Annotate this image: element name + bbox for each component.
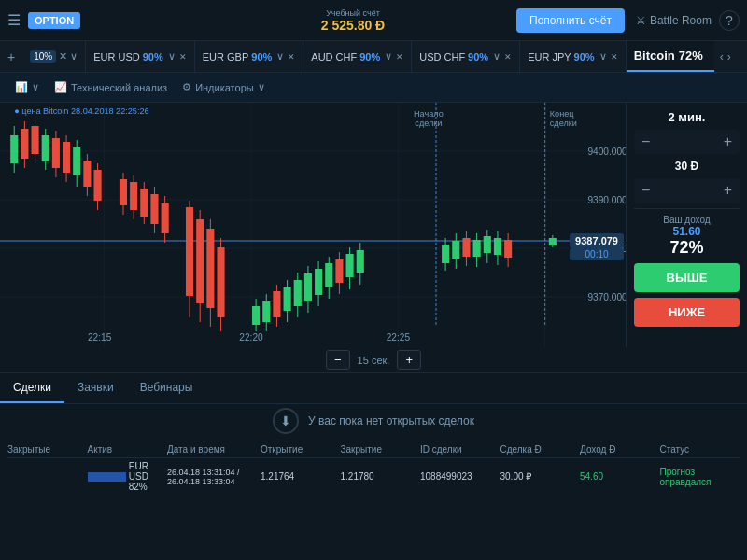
pct-value: 72% <box>634 238 740 258</box>
logo: OPTION <box>28 12 80 29</box>
bitcoin-label: Bitcoin <box>634 49 675 63</box>
income-label: Ваш доход <box>634 215 740 225</box>
time-section: 2 мин. <box>634 110 740 124</box>
battle-room-button[interactable]: ⚔ Battle Room <box>636 14 712 27</box>
svg-rect-21 <box>10 135 18 163</box>
ticker-eurjpy[interactable]: EUR JPY 90% ∨ ✕ <box>520 41 627 72</box>
balance-section: Учебный счёт 2 525.80 Ð <box>321 8 386 33</box>
row-id: 1088499023 <box>420 471 500 482</box>
svg-rect-69 <box>315 269 322 295</box>
svg-rect-79 <box>442 245 449 263</box>
ticker-badge: 10% ✕ ∨ <box>22 41 86 72</box>
svg-rect-47 <box>162 203 169 233</box>
row-deal: 30.00 ₽ <box>500 471 581 482</box>
ticker-next-icon[interactable]: › <box>727 50 731 63</box>
time-increase-button[interactable]: + <box>397 350 421 370</box>
svg-rect-87 <box>484 236 491 253</box>
svg-rect-59 <box>262 301 270 322</box>
right-panel: 2 мин. − + 30 Ð − + Ваш доход 51.60 72% … <box>626 103 747 347</box>
header-close: Закрытие <box>341 444 421 455</box>
balance-value: 2 525.80 Ð <box>321 18 386 33</box>
header-datetime: Дата и время <box>167 444 261 455</box>
svg-rect-75 <box>346 254 354 277</box>
svg-rect-91 <box>504 240 512 258</box>
ticker-eurgbp[interactable]: EUR GBP 90% ∨ ✕ <box>195 41 304 72</box>
amount-minus-button[interactable]: − <box>641 182 650 199</box>
svg-rect-39 <box>120 179 127 205</box>
up-button[interactable]: ВЫШЕ <box>634 263 740 292</box>
ticker-audchf[interactable]: AUD CHF 90% ∨ ✕ <box>303 41 412 72</box>
row-income: 54.60 <box>580 471 660 482</box>
svg-text:● цена Bitcoin 28.04.2018 22:2: ● цена Bitcoin 28.04.2018 22:25:26 <box>14 106 148 116</box>
svg-text:Начало: Начало <box>414 109 444 119</box>
amount-stepper[interactable]: − + <box>634 178 740 203</box>
svg-rect-63 <box>284 287 291 311</box>
svg-rect-25 <box>32 126 39 154</box>
svg-rect-41 <box>130 182 137 210</box>
no-deals-section: ⬇ У вас пока нет открытых сделок <box>0 404 747 438</box>
time-plus-button[interactable]: + <box>724 133 732 150</box>
row-asset: EUR USD 82% <box>88 461 168 492</box>
chart-type-icon: 📊 <box>15 81 28 93</box>
header-open: Открытие <box>261 444 341 455</box>
svg-rect-85 <box>473 240 481 257</box>
tab-deals[interactable]: Сделки <box>0 373 64 403</box>
ticker-bitcoin[interactable]: Bitcoin 72% <box>627 41 714 72</box>
help-button[interactable]: ? <box>719 10 740 31</box>
svg-rect-65 <box>294 280 302 306</box>
ticker-add-button[interactable]: + <box>0 49 22 64</box>
bitcoin-pct: 72% <box>679 49 703 63</box>
svg-rect-83 <box>462 238 470 257</box>
tab-orders[interactable]: Заявки <box>64 373 127 403</box>
svg-rect-31 <box>63 142 70 173</box>
amount-plus-button[interactable]: + <box>724 182 732 199</box>
header-income: Доход Ð <box>580 444 660 455</box>
svg-rect-27 <box>42 135 49 161</box>
down-button[interactable]: НИЖЕ <box>634 298 740 327</box>
time-minus-button[interactable]: − <box>641 133 650 150</box>
svg-rect-67 <box>304 273 312 301</box>
tech-analysis-label: Технический анализ <box>71 82 167 93</box>
tech-analysis-button[interactable]: 📈 Технический анализ <box>47 81 175 93</box>
row-datetime: 26.04.18 13:31:04 /26.04.18 13:33:04 <box>167 468 261 486</box>
svg-rect-51 <box>196 219 204 303</box>
time-decrease-button[interactable]: − <box>326 350 350 370</box>
svg-rect-53 <box>206 229 214 308</box>
tab-webinars[interactable]: Вебинары <box>127 373 206 403</box>
chart-icon-group[interactable]: 📊 ∨ <box>7 81 47 93</box>
analysis-icon: 📈 <box>54 81 67 93</box>
ticker-prev-icon[interactable]: ‹ <box>720 50 724 63</box>
svg-rect-89 <box>494 238 501 255</box>
menu-icon[interactable]: ☰ <box>7 11 21 29</box>
svg-rect-49 <box>186 207 193 296</box>
svg-rect-77 <box>357 250 364 273</box>
chart-type-arrow: ∨ <box>32 81 39 93</box>
amount-section: 30 Ð <box>634 160 740 173</box>
ticker-eurusd[interactable]: EUR USD 90% ∨ ✕ <box>86 41 195 72</box>
header-asset: Актив <box>88 444 168 455</box>
chart-container[interactable]: 9400.000 9390.000 9380.000 9370.000 Нача… <box>0 103 626 347</box>
row-open: 1.21764 <box>261 471 341 482</box>
header-status: Статус <box>660 444 740 455</box>
header-closed-label[interactable]: Закрытые <box>7 444 88 455</box>
current-price-label: 9387.079 00:10 <box>570 233 624 260</box>
income-value: 51.60 <box>634 225 740 238</box>
indicators-icon: ⚙ <box>182 81 191 93</box>
ticker-usdchf[interactable]: USD CHF 90% ∨ ✕ <box>412 41 520 72</box>
asset-flag <box>88 472 126 482</box>
refill-button[interactable]: Пополнить счёт <box>516 8 625 33</box>
time-value: 2 мин. <box>634 110 740 124</box>
ticker-nav-arrows[interactable]: ‹ › <box>714 50 737 63</box>
demo-label: Учебный счёт <box>326 8 380 18</box>
closed-deals-section: Закрытые Актив Дата и время Открытие Зак… <box>0 438 747 498</box>
svg-rect-37 <box>94 170 102 201</box>
time-stepper[interactable]: − + <box>634 130 740 154</box>
closed-deals-header: Закрытые Актив Дата и время Открытие Зак… <box>7 441 740 458</box>
indicators-label: Индикаторы <box>195 82 254 93</box>
no-deals-text: У вас пока нет открытых сделок <box>308 414 474 427</box>
row-status: Прогноз оправдался <box>660 467 740 487</box>
time-controls: − 15 сек. + <box>0 347 747 372</box>
svg-rect-45 <box>150 194 158 224</box>
candlestick-chart: 9400.000 9390.000 9380.000 9370.000 Нача… <box>0 103 626 347</box>
indicators-button[interactable]: ⚙ Индикаторы ∨ <box>175 81 273 93</box>
